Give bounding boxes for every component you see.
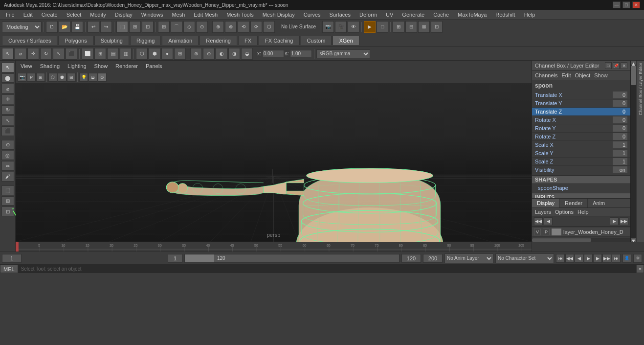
- ch-val-sx[interactable]: 1: [613, 141, 627, 148]
- tab-xgen[interactable]: XGen: [333, 36, 359, 45]
- channel-translate-z[interactable]: Translate Z 0: [532, 108, 630, 116]
- channel-scale-y[interactable]: Scale Y 1: [532, 149, 630, 158]
- artisan-btn[interactable]: 🖌: [1, 172, 14, 182]
- view-single[interactable]: ⬜: [82, 48, 93, 60]
- layer-scrollbar[interactable]: [532, 238, 630, 242]
- select-obj-btn[interactable]: ⬚: [116, 21, 128, 33]
- open-file-btn[interactable]: 📂: [59, 21, 70, 33]
- toggle-5[interactable]: ◒: [241, 48, 253, 60]
- render-region-btn[interactable]: □: [377, 21, 388, 33]
- vp-btn-shadow[interactable]: ◒: [89, 73, 97, 82]
- disp-wireframe[interactable]: ⬡: [136, 48, 148, 60]
- mel-label[interactable]: MEL: [0, 265, 18, 273]
- menu-help[interactable]: Help: [520, 11, 539, 19]
- layer-prev-btn[interactable]: ◀◀: [534, 217, 543, 225]
- select-comp-btn[interactable]: ⊡: [142, 21, 154, 33]
- tool-2[interactable]: ⊗: [225, 21, 237, 33]
- ch-val-tz[interactable]: 0: [613, 108, 627, 115]
- viewport-menu-show[interactable]: Show: [91, 62, 111, 70]
- view-2panel[interactable]: ▥: [120, 48, 132, 60]
- menu-surfaces[interactable]: Surfaces: [326, 11, 355, 19]
- menu-uv[interactable]: UV: [382, 11, 397, 19]
- shape-spoon[interactable]: spoonShape: [532, 184, 630, 192]
- tool-move[interactable]: ✛: [27, 48, 39, 60]
- step-fwd-btn[interactable]: ▶: [593, 254, 602, 263]
- camera-2[interactable]: 🎥: [335, 21, 347, 33]
- tab-custom[interactable]: Custom: [301, 36, 332, 45]
- cb-icon-3[interactable]: ⊠: [418, 21, 430, 33]
- menu-modify[interactable]: Modify: [86, 11, 110, 19]
- snap-curve-btn[interactable]: ⌒: [171, 21, 182, 33]
- mel-expand-btn[interactable]: ≡: [636, 265, 644, 273]
- menu-maxtomaya[interactable]: MaxToMaya: [454, 11, 490, 19]
- ch-val-vis[interactable]: on: [613, 166, 627, 173]
- layer-v-btn[interactable]: V: [534, 229, 541, 235]
- layer-next-btn[interactable]: ▶▶: [620, 217, 628, 225]
- menu-create[interactable]: Create: [38, 11, 62, 19]
- sculpt-btn[interactable]: ✏: [1, 161, 14, 171]
- undo-btn[interactable]: ↩: [88, 21, 99, 33]
- menu-mesh[interactable]: Mesh: [168, 11, 189, 19]
- toggle-3[interactable]: ◐: [216, 48, 227, 60]
- cb-icon-4[interactable]: ⊡: [431, 21, 443, 33]
- menu-edit-mesh[interactable]: Edit Mesh: [190, 11, 222, 19]
- menu-display[interactable]: Display: [111, 11, 136, 19]
- ch-val-ry[interactable]: 0: [613, 125, 627, 132]
- move-btn[interactable]: ✛: [1, 94, 14, 104]
- menu-windows[interactable]: Windows: [137, 11, 167, 19]
- menu-deform[interactable]: Deform: [355, 11, 381, 19]
- play-btn[interactable]: ▶: [584, 254, 593, 263]
- cb-menu-edit[interactable]: Edit: [561, 72, 571, 78]
- viewport-menu-view[interactable]: View: [18, 62, 35, 70]
- layer-menu-options[interactable]: Options: [555, 209, 574, 215]
- anim-start-input[interactable]: [168, 254, 182, 263]
- tool-1[interactable]: ⊕: [212, 21, 224, 33]
- cb-icon-2[interactable]: ⊟: [405, 21, 417, 33]
- toggle-4[interactable]: ◑: [228, 48, 240, 60]
- save-file-btn[interactable]: 💾: [71, 21, 83, 33]
- tab-rendering[interactable]: Rendering: [200, 36, 237, 45]
- soft-mod-btn[interactable]: ◎: [1, 151, 14, 161]
- channel-visibility[interactable]: Visibility on: [532, 166, 630, 174]
- frame-range-slider[interactable]: 120: [184, 254, 400, 263]
- cb-expand-btn[interactable]: □: [605, 62, 612, 69]
- tool-transform[interactable]: ⬛: [66, 48, 77, 60]
- coord-x-input[interactable]: [262, 50, 284, 57]
- cb-close-btn[interactable]: ✕: [621, 62, 627, 69]
- ch-val-ty[interactable]: 0: [613, 100, 627, 107]
- cb-icon-1[interactable]: ⊞: [393, 21, 404, 33]
- layer-tab-anim[interactable]: Anim: [588, 199, 610, 207]
- snap-grid-btn[interactable]: ⊞: [158, 21, 170, 33]
- ch-val-sy[interactable]: 1: [613, 150, 627, 157]
- vp-btn-active[interactable]: ⊙: [98, 73, 107, 82]
- close-button[interactable]: ✕: [632, 1, 640, 8]
- tab-sculpting[interactable]: Sculpting: [94, 36, 129, 45]
- channel-translate-x[interactable]: Translate X 0: [532, 91, 630, 99]
- last-tool-btn[interactable]: ⬛: [1, 126, 14, 136]
- tab-curves-surfaces[interactable]: Curves / Surfaces: [2, 36, 57, 45]
- redo-btn[interactable]: ↪: [100, 21, 112, 33]
- viewport-menu-lighting[interactable]: Lighting: [65, 62, 89, 70]
- menu-file[interactable]: File: [2, 11, 19, 19]
- select-hier-btn[interactable]: ⊞: [129, 21, 141, 33]
- maximize-button[interactable]: □: [622, 1, 630, 8]
- camera-1[interactable]: 📷: [322, 21, 334, 33]
- layer-tab-render[interactable]: Render: [560, 199, 588, 207]
- mel-input[interactable]: Select Tool: select an object: [18, 265, 636, 273]
- anim-max-input[interactable]: [423, 254, 443, 263]
- anim-end-input[interactable]: [401, 254, 421, 263]
- tool-select[interactable]: ↖: [2, 48, 14, 60]
- viewport[interactable]: View Shading Lighting Show Renderer Pane…: [16, 61, 532, 242]
- step-back-btn[interactable]: ◀: [575, 254, 583, 263]
- show-manip-btn[interactable]: ⊙: [1, 140, 14, 150]
- vp-btn-shade[interactable]: ⬢: [58, 73, 67, 82]
- menu-edit[interactable]: Edit: [20, 11, 37, 19]
- scrollbar-up-arrow[interactable]: ▲: [631, 61, 636, 65]
- layer-menu-help[interactable]: Help: [577, 209, 589, 215]
- current-frame-input[interactable]: [2, 254, 22, 263]
- cb-pin-btn[interactable]: 📌: [613, 62, 620, 69]
- attr-editor-side-tab[interactable]: Channel Box / Layer Editor: [636, 61, 644, 242]
- channel-scale-z[interactable]: Scale Z 1: [532, 158, 630, 166]
- channel-translate-y[interactable]: Translate Y 0: [532, 99, 630, 108]
- channel-scale-x[interactable]: Scale X 1: [532, 141, 630, 149]
